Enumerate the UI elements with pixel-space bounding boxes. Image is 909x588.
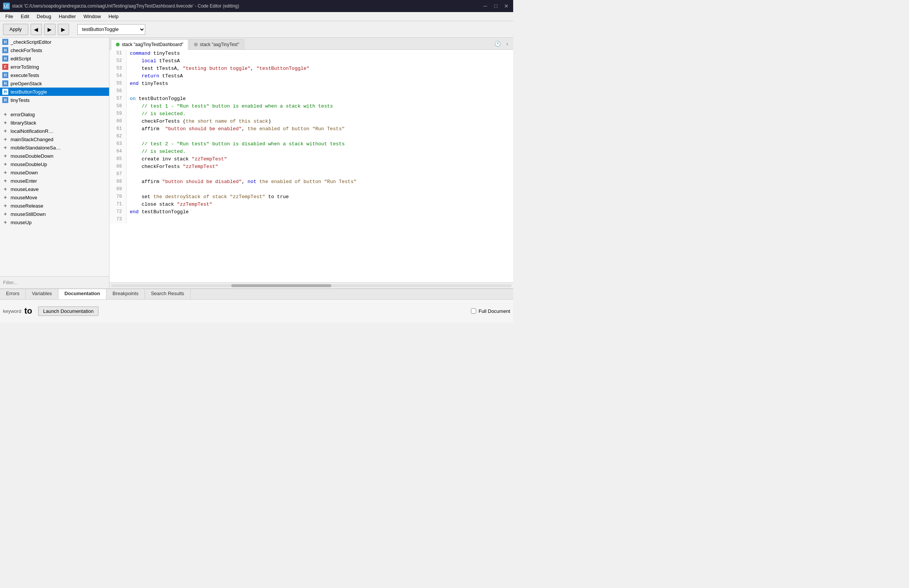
bottom-tab-documentation[interactable]: Documentation bbox=[58, 289, 107, 299]
handler-label: libraryStack bbox=[11, 120, 36, 126]
sidebar-item-editScript[interactable]: HeditScript bbox=[0, 54, 109, 63]
sidebar-item-mouseEnter[interactable]: +mouseEnter bbox=[0, 177, 109, 185]
handler-label: mouseDoubleUp bbox=[11, 162, 47, 167]
menu-item-handler[interactable]: Handler bbox=[55, 13, 80, 20]
keyword-value: to bbox=[24, 306, 32, 316]
code-line: 68 affirm "button should be disabled", n… bbox=[110, 178, 513, 186]
line-number: 51 bbox=[110, 50, 127, 57]
sidebar-item-mouseUp[interactable]: +mouseUp bbox=[0, 218, 109, 226]
code-line: 62 bbox=[110, 133, 513, 141]
tab-indicator bbox=[116, 43, 119, 47]
handler-list: H_checkScriptEditorHcheckForTestsHeditSc… bbox=[0, 38, 109, 276]
full-document-area: Full Document bbox=[471, 309, 510, 314]
code-scrollbar[interactable] bbox=[110, 282, 513, 288]
token-cmt: // test 1 - "Run tests" button is enable… bbox=[130, 103, 333, 109]
token-cmt: // is selected. bbox=[130, 149, 186, 154]
token-plain bbox=[130, 58, 142, 64]
run-icon: ▶ bbox=[61, 26, 65, 32]
sidebar-item-mouseDoubleUp[interactable]: +mouseDoubleUp bbox=[0, 160, 109, 168]
forward-button[interactable]: ▶ bbox=[44, 24, 55, 35]
code-line: 67 bbox=[110, 171, 513, 178]
line-content: // is selected. bbox=[127, 110, 186, 118]
sidebar-item-_checkScriptEditor[interactable]: H_checkScriptEditor bbox=[0, 38, 109, 46]
menu-item-help[interactable]: Help bbox=[105, 13, 122, 20]
apply-button[interactable]: Apply bbox=[3, 24, 28, 35]
line-number: 61 bbox=[110, 125, 127, 133]
sidebar-item-localNotificationR[interactable]: +localNotificationR… bbox=[0, 127, 109, 135]
bottom-tab-search-results[interactable]: Search Results bbox=[145, 289, 191, 299]
sidebar-item-checkForTests[interactable]: HcheckForTests bbox=[0, 46, 109, 54]
sidebar-item-mouseStillDown[interactable]: +mouseStillDown bbox=[0, 210, 109, 218]
code-editor[interactable]: 51command tinyTests52 local tTestsA53 te… bbox=[110, 50, 513, 282]
window-title: stack 'C:/Users/soapdog/andregarzia.com/… bbox=[12, 3, 481, 9]
sidebar-item-libraryStack[interactable]: +libraryStack bbox=[0, 118, 109, 127]
sidebar-item-errorToString[interactable]: FerrorToString bbox=[0, 63, 109, 71]
app-icon: LC bbox=[3, 3, 10, 10]
token-str: "zzTempTest" bbox=[192, 156, 227, 162]
back-button[interactable]: ◀ bbox=[31, 24, 42, 35]
launch-documentation-button[interactable]: Launch Documentation bbox=[38, 307, 98, 316]
tab-1[interactable]: stack "aagTinyTest" bbox=[189, 39, 244, 49]
line-content bbox=[127, 186, 130, 193]
menu-item-file[interactable]: File bbox=[2, 13, 17, 20]
menu-item-edit[interactable]: Edit bbox=[17, 13, 33, 20]
sidebar-item-errorDialog[interactable]: +errorDialog bbox=[0, 110, 109, 118]
tabs-bar: stack "aagTinyTestDashboard"stack "aagTi… bbox=[110, 38, 513, 50]
code-line: 65 create inv stack "zzTempTest" bbox=[110, 155, 513, 163]
token-plain: affirm bbox=[130, 179, 162, 184]
minimize-button[interactable]: ─ bbox=[481, 2, 489, 10]
token-kw2: on bbox=[130, 96, 136, 102]
handler-label: tinyTests bbox=[11, 97, 30, 103]
token-plain: affirm bbox=[130, 126, 165, 132]
token-kw: end bbox=[130, 209, 139, 215]
line-number: 55 bbox=[110, 80, 127, 87]
history-icon[interactable]: 🕐 bbox=[493, 39, 502, 48]
bottom-tab-variables[interactable]: Variables bbox=[26, 289, 58, 299]
line-number: 64 bbox=[110, 148, 127, 155]
sidebar-item-testButtonToggle[interactable]: HtestButtonToggle bbox=[0, 87, 109, 96]
bottom-tab-errors[interactable]: Errors bbox=[0, 289, 26, 299]
handler-label: errorDialog bbox=[11, 112, 35, 117]
sidebar-item-mouseLeave[interactable]: +mouseLeave bbox=[0, 185, 109, 193]
token-plain: tTestsA bbox=[159, 73, 182, 79]
sidebar-item-mainStackChanged[interactable]: +mainStackChanged bbox=[0, 135, 109, 144]
sidebar-item-executeTests[interactable]: HexecuteTests bbox=[0, 71, 109, 79]
bottom-tab-breakpoints[interactable]: Breakpoints bbox=[107, 289, 145, 299]
tab-label: stack "aagTinyTestDashboard" bbox=[122, 42, 183, 47]
handler-icon: H bbox=[2, 89, 8, 95]
full-document-checkbox[interactable] bbox=[471, 309, 476, 313]
handler-label: editScript bbox=[11, 56, 31, 61]
tab-indicator bbox=[194, 43, 198, 47]
handler-select[interactable]: _checkScriptEditorcheckForTestseditScrip… bbox=[77, 24, 145, 35]
token-plain: set bbox=[130, 194, 153, 200]
maximize-button[interactable]: □ bbox=[492, 2, 500, 10]
handler-label: testButtonToggle bbox=[11, 89, 47, 95]
sidebar-item-preOpenStack[interactable]: HpreOpenStack bbox=[0, 79, 109, 87]
scroll-track bbox=[111, 284, 512, 287]
token-str: "zzTempTest" bbox=[177, 202, 212, 207]
line-number: 57 bbox=[110, 95, 127, 103]
line-number: 58 bbox=[110, 103, 127, 110]
sidebar-item-mouseMove[interactable]: +mouseMove bbox=[0, 193, 109, 202]
sidebar-item-mouseDoubleDown[interactable]: +mouseDoubleDown bbox=[0, 152, 109, 160]
sidebar-item-tinyTests[interactable]: HtinyTests bbox=[0, 96, 109, 104]
token-plain: test tTestsA, bbox=[130, 66, 182, 71]
chevron-right-icon[interactable]: › bbox=[503, 39, 512, 48]
sidebar-item-mouseRelease[interactable]: +mouseRelease bbox=[0, 202, 109, 210]
toolbar: Apply ◀ ▶ ▶ _checkScriptEditorcheckForTe… bbox=[0, 21, 513, 38]
menu-item-debug[interactable]: Debug bbox=[33, 13, 55, 20]
line-content bbox=[127, 216, 130, 223]
code-line: 53 test tTestsA, "testing button toggle"… bbox=[110, 65, 513, 73]
menu-item-window[interactable]: Window bbox=[80, 13, 105, 20]
tab-0[interactable]: stack "aagTinyTestDashboard" bbox=[111, 39, 188, 50]
sidebar-item-mobileStandaloneSa[interactable]: +mobileStandaloneSa… bbox=[0, 144, 109, 152]
line-content: end tinyTests bbox=[127, 80, 168, 87]
run-button[interactable]: ▶ bbox=[58, 24, 69, 35]
sidebar-item-mouseDown[interactable]: +mouseDown bbox=[0, 168, 109, 177]
token-plain: testButtonToggle bbox=[139, 209, 189, 215]
close-button[interactable]: ✕ bbox=[503, 2, 510, 10]
handler-icon-plus: + bbox=[2, 219, 8, 225]
token-plain: checkForTests bbox=[130, 164, 182, 170]
handler-dropdown: _checkScriptEditorcheckForTestseditScrip… bbox=[77, 24, 145, 35]
forward-icon: ▶ bbox=[48, 26, 52, 32]
